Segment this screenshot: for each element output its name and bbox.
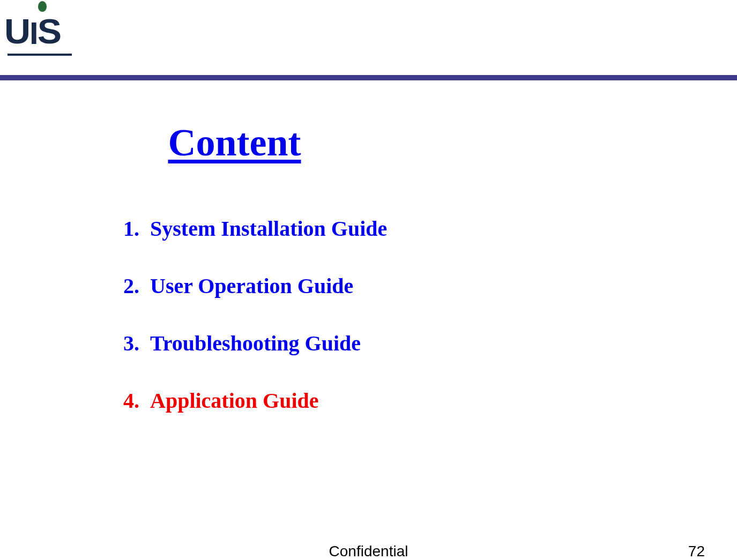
list-label: Application Guide <box>150 388 319 413</box>
list-label: System Installation Guide <box>150 216 387 241</box>
list-item: 2. User Operation Guide <box>123 273 737 298</box>
footer-page-number: 72 <box>688 543 705 560</box>
logo-letters: U I S <box>4 16 59 47</box>
list-item: 3. Troubleshooting Guide <box>123 331 737 356</box>
list-item: 1. System Installation Guide <box>123 216 737 241</box>
list-number: 1. <box>123 216 150 241</box>
footer-confidential: Confidential <box>329 543 408 560</box>
list-label: Troubleshooting Guide <box>150 331 361 356</box>
logo-underline <box>8 54 72 56</box>
logo-letter-i: I <box>29 20 36 46</box>
list-number: 2. <box>123 273 150 298</box>
list-label: User Operation Guide <box>150 273 353 298</box>
header-divider <box>0 75 737 80</box>
logo-letter-s: S <box>38 17 59 46</box>
list-number: 3. <box>123 331 150 356</box>
content-title: Content <box>0 121 737 165</box>
content-list: 1. System Installation Guide 2. User Ope… <box>123 216 737 413</box>
list-number: 4. <box>123 388 150 413</box>
slide-body: Content 1. System Installation Guide 2. … <box>0 83 737 413</box>
slide-header: U I S <box>0 0 737 83</box>
logo-letter-u: U <box>4 17 28 46</box>
list-item: 4. Application Guide <box>123 388 737 413</box>
logo-dot-icon <box>38 1 47 12</box>
